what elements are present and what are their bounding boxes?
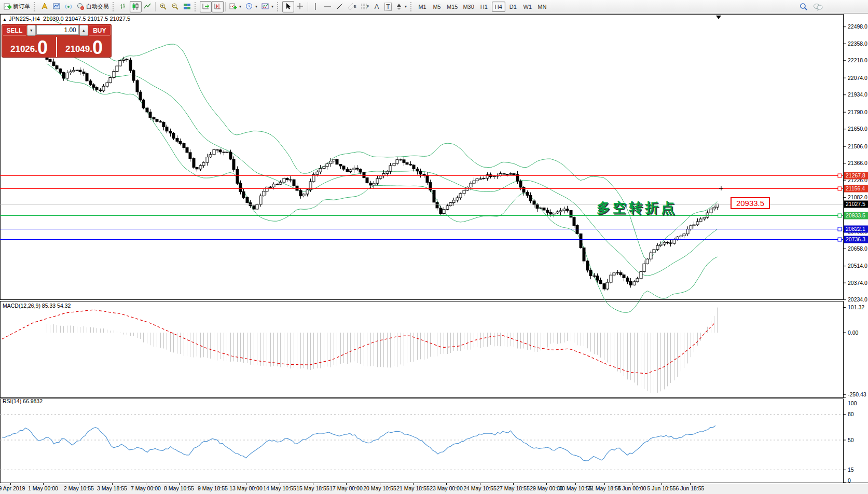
chat-icon[interactable] — [813, 3, 823, 11]
volume-up-button[interactable]: ▲ — [79, 25, 88, 36]
tab-timeframe-M30[interactable]: M30 — [461, 2, 476, 12]
price-tick-label: 21506.0 — [848, 143, 867, 149]
tab-timeframe-H4[interactable]: H4 — [492, 2, 505, 12]
time-axis-label: 23 May 00:00 — [430, 485, 463, 491]
line-chart-button[interactable] — [142, 1, 154, 12]
toolbar-grip — [410, 2, 414, 11]
tab-timeframe-M1[interactable]: M1 — [416, 2, 429, 12]
autotrading-label: 自动交易 — [86, 3, 109, 10]
bar-chart-button[interactable] — [118, 1, 130, 12]
macd-tick-label: -250.43 — [848, 391, 866, 397]
cursor-tool-button[interactable] — [282, 1, 294, 12]
ask-main: 21049 — [65, 43, 90, 56]
rsi-tick-label: 50 — [848, 437, 854, 443]
tab-timeframe-W1[interactable]: W1 — [521, 2, 534, 12]
symbol-header: ▲JPN225-,H4 21030.0 21047.5 21017.5 2102… — [3, 16, 130, 22]
collapse-triangle-icon[interactable]: ▲ — [3, 17, 7, 22]
toolbar-grip — [34, 2, 37, 11]
toolbar-grip — [113, 2, 116, 11]
tab-timeframe-M5[interactable]: M5 — [430, 2, 444, 12]
crosshair-icon — [296, 3, 304, 10]
search-icon[interactable] — [800, 3, 808, 11]
channel-tool-button[interactable]: E — [346, 1, 359, 12]
time-axis-label: 9 May 18:55 — [198, 485, 228, 491]
level-price-label: 21156.4 — [846, 185, 865, 191]
one-click-trade-panel: SELL ▼ ▲ BUY 21026.0 21049.0 — [2, 24, 112, 58]
terminal-button[interactable] — [51, 1, 63, 12]
price-tick-label: 20374.0 — [848, 280, 867, 286]
text-tool-button[interactable]: A — [371, 1, 382, 12]
bid-big-digit: 0 — [37, 39, 48, 56]
candlestick-chart-button[interactable] — [130, 1, 142, 12]
chart-shift-icon — [214, 3, 222, 10]
level-price-label: 20933.5 — [846, 212, 865, 218]
ask-price[interactable]: 21049.0 — [58, 37, 111, 57]
tile-windows-icon — [183, 3, 191, 10]
autotrading-icon — [77, 3, 85, 10]
rsi-tick-label: 80 — [848, 411, 854, 417]
line-chart-icon — [144, 3, 151, 10]
crosshair-tool-button[interactable] — [294, 1, 306, 12]
navigator-button[interactable] — [39, 1, 51, 12]
time-axis-label: 30 May 10:55 — [559, 485, 592, 491]
zoom-in-button[interactable] — [157, 1, 169, 12]
buy-button[interactable]: BUY — [89, 25, 111, 36]
price-tick-label: 22358.0 — [848, 40, 867, 47]
indicators-dropdown-button[interactable]: ▾ — [227, 1, 243, 12]
time-axis-label: 6 Jun 18:55 — [676, 485, 705, 491]
horizontal-line-tool-button[interactable] — [322, 1, 334, 12]
price-tick-label: 22074.0 — [848, 75, 867, 81]
trendline-tool-button[interactable] — [334, 1, 346, 12]
rsi-tick-label: 0 — [848, 477, 851, 484]
templates-dropdown-button[interactable]: ▾ — [259, 1, 275, 12]
periods-dropdown-button[interactable]: ▾ — [243, 1, 259, 12]
sell-button[interactable]: SELL — [3, 25, 26, 36]
vertical-line-tool-button[interactable] — [310, 1, 322, 12]
price-tick-label: 20234.0 — [848, 296, 867, 303]
new-order-button[interactable]: 新订单 — [2, 1, 32, 12]
volume-down-button[interactable]: ▼ — [27, 25, 36, 36]
time-axis[interactable]: 29 Apr 20191 May 00:002 May 10:553 May 1… — [0, 483, 868, 494]
price-tick-label: 21790.0 — [848, 109, 867, 115]
label-tool-button[interactable]: T — [382, 1, 394, 12]
tab-timeframe-D1[interactable]: D1 — [506, 2, 520, 12]
price-tick-label: 22498.0 — [848, 23, 867, 30]
time-axis-label: 20 May 10:55 — [363, 485, 396, 491]
symbol-name: JPN225-,H4 — [9, 16, 40, 22]
time-axis-label: 31 May 18:55 — [588, 485, 621, 491]
tab-timeframe-MN[interactable]: MN — [535, 2, 549, 12]
bid-price[interactable]: 21026.0 — [3, 37, 56, 57]
compass-icon — [41, 3, 49, 10]
chevron-down-icon: ▾ — [271, 4, 273, 9]
toolbar-separator — [308, 2, 308, 11]
arrows-tool-button[interactable]: ▾ — [394, 1, 409, 12]
text-tool-icon: A — [375, 3, 379, 10]
cursor-icon — [284, 3, 292, 10]
horizontal-line-icon — [324, 3, 332, 10]
volume-input[interactable] — [36, 25, 79, 35]
level-price-label: 21027.5 — [846, 201, 865, 207]
macd-indicator-label: MACD(12,26,9) 85.33 54.32 — [3, 303, 71, 309]
zoom-out-button[interactable] — [169, 1, 181, 12]
terminal-icon — [53, 3, 61, 10]
add-indicator-icon — [229, 3, 237, 10]
price-chart-svg[interactable]: 29 Apr 20191 May 00:002 May 10:553 May 1… — [0, 13, 868, 494]
time-axis-label: 5 Jun 10:55 — [647, 485, 676, 491]
chevron-down-icon: ▾ — [239, 4, 241, 9]
fibonacci-tool-button[interactable]: F — [359, 1, 371, 12]
tab-timeframe-H1[interactable]: H1 — [477, 2, 491, 12]
bid-ask-display: 21026.0 21049.0 — [3, 37, 111, 57]
autotrading-button[interactable]: 自动交易 — [75, 1, 111, 12]
time-axis-label: 8 May 10:55 — [164, 485, 194, 491]
signals-button[interactable] — [63, 1, 75, 12]
chevron-down-icon: ▾ — [405, 4, 407, 9]
price-flag-label[interactable]: 20933.5 — [731, 197, 770, 209]
price-axis[interactable]: 22498.022358.022218.022074.021934.021790… — [843, 23, 867, 303]
main-toolbar: 新订单 自动交易 — [0, 0, 868, 13]
time-axis-label: 2 May 10:55 — [64, 485, 94, 491]
timeframe-buttons: M1M5M15M30H1H4D1W1MN — [416, 2, 549, 12]
chart-shift-button[interactable] — [212, 1, 224, 12]
auto-scroll-button[interactable] — [200, 1, 212, 12]
tile-windows-button[interactable] — [181, 1, 193, 12]
tab-timeframe-M15[interactable]: M15 — [445, 2, 460, 12]
